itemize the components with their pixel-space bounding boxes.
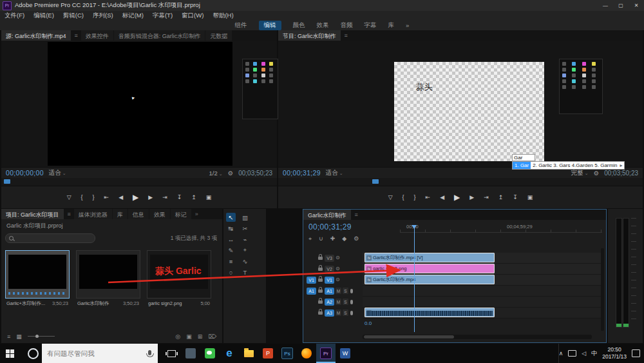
taskbar-search[interactable] — [42, 344, 158, 363]
clip-v2[interactable]: fx garlic sign2.png — [365, 264, 495, 273]
slip-tool-icon[interactable]: ↔ — [226, 235, 236, 244]
overwrite-icon[interactable]: ↥ — [191, 194, 196, 201]
mute-button[interactable]: M — [336, 309, 341, 316]
insert-icon[interactable]: ↧ — [177, 194, 182, 201]
menu-edit[interactable]: 编辑(E) — [29, 12, 59, 20]
program-zoom-select[interactable]: 适合⌄ — [326, 169, 343, 177]
network-icon[interactable] — [568, 350, 576, 357]
list-view-icon[interactable]: ≡ — [7, 333, 10, 340]
rolling-edit-tool-icon[interactable]: ≡ — [226, 257, 236, 266]
mark-in-icon[interactable]: { — [81, 194, 83, 201]
hand-tool-icon[interactable]: ⌖ — [240, 246, 250, 255]
menu-help[interactable]: 帮助(H) — [208, 12, 238, 20]
project-item-thumbnail[interactable] — [76, 250, 140, 299]
taskbar-app-powerpoint[interactable]: P — [258, 344, 278, 363]
step-back-icon[interactable]: ◀ — [440, 194, 444, 201]
tab-markers[interactable]: 标记 — [171, 209, 191, 219]
taskbar-app-premiere[interactable]: Pr — [316, 344, 336, 363]
mute-button[interactable]: M — [336, 288, 341, 294]
mark-in-icon[interactable]: { — [402, 194, 404, 201]
tab-program[interactable]: 节目: Garlic水印制作 — [278, 30, 341, 41]
track-name-toggle[interactable]: A1 — [325, 288, 334, 295]
workspace-tab-color[interactable]: 颜色 — [293, 21, 305, 30]
panel-menu-icon[interactable]: ≡ — [352, 210, 361, 220]
tab-libraries[interactable]: 库 — [113, 209, 128, 219]
toggle-track-output-icon[interactable]: ⊙ — [336, 255, 340, 260]
voiceover-record-icon[interactable] — [350, 300, 353, 304]
toggle-track-output-icon[interactable]: ⊙ — [336, 266, 340, 271]
new-item-icon[interactable]: ⊞ — [198, 333, 203, 340]
taskbar-app-photoshop[interactable]: Ps — [278, 344, 297, 363]
project-item-thumbnail[interactable] — [147, 250, 211, 299]
workspace-tab-assembly[interactable]: 组件 — [235, 21, 247, 30]
mark-out-icon[interactable]: } — [414, 194, 416, 201]
voiceover-record-icon[interactable] — [350, 289, 353, 293]
go-to-out-icon[interactable]: ⇥ — [484, 194, 489, 201]
search-input[interactable] — [46, 349, 148, 358]
source-current-timecode[interactable]: 00;00;00;00 — [6, 169, 44, 177]
program-preview[interactable]: 蒜头 — [394, 62, 544, 161]
project-search-input[interactable] — [5, 233, 95, 243]
track-lane-a2[interactable] — [363, 297, 603, 308]
solo-button[interactable]: S — [343, 299, 348, 305]
menu-titles[interactable]: 字幕(T) — [148, 12, 177, 20]
new-bin-icon[interactable]: ▣ — [186, 333, 192, 340]
microphone-icon[interactable] — [148, 350, 151, 355]
clock[interactable]: 20:50 2017/1/13 — [602, 346, 627, 360]
project-item-thumbnail[interactable] — [5, 250, 70, 299]
workspace-tab-effects[interactable]: 效果 — [317, 21, 329, 30]
export-frame-icon[interactable]: ▣ — [527, 194, 533, 201]
type-tool-icon[interactable]: T — [240, 268, 250, 277]
timeline-settings-icon[interactable]: ⚙ — [354, 235, 359, 242]
selection-tool-icon[interactable]: ↖ — [226, 213, 236, 222]
source-settings-icon[interactable]: ⚙ — [228, 170, 234, 177]
close-button[interactable]: ✕ — [629, 3, 644, 8]
rate-stretch-tool-icon[interactable]: ⌁ — [240, 235, 250, 244]
zoom-tool-icon[interactable]: ○ — [226, 268, 236, 277]
program-playhead-marker[interactable] — [372, 179, 379, 184]
play-button[interactable]: ▶ — [454, 193, 460, 202]
ime-more-icon[interactable]: ▸ — [617, 162, 622, 169]
export-frame-icon[interactable]: ▣ — [206, 194, 212, 201]
source-playhead-marker[interactable] — [4, 179, 10, 184]
taskbar-app-firefox[interactable] — [297, 344, 316, 363]
menu-sequence[interactable]: 序列(S) — [88, 12, 118, 20]
lock-icon[interactable] — [318, 289, 323, 293]
track-name-toggle[interactable]: V1 — [325, 277, 334, 284]
tab-sequence[interactable]: Garlic水印制作 — [303, 210, 351, 220]
workspace-tab-editing[interactable]: 编辑 — [259, 21, 281, 30]
slide-tool-icon[interactable]: ∿ — [240, 257, 250, 266]
snap-icon[interactable]: ∪ — [319, 235, 323, 242]
timeline-hscrollbar[interactable] — [363, 335, 592, 339]
volume-icon[interactable]: ◁ — [582, 350, 586, 357]
workspace-tab-libraries[interactable]: 库 — [388, 21, 395, 30]
lock-icon[interactable] — [318, 257, 323, 260]
solo-button[interactable]: S — [343, 288, 348, 294]
workspace-overflow-icon[interactable]: » — [406, 22, 409, 29]
taskbar-app-gray[interactable] — [181, 344, 200, 363]
program-resolution-select[interactable]: 完整⌄ — [571, 169, 589, 177]
mute-button[interactable]: M — [336, 299, 341, 305]
panel-menu-icon[interactable]: ≡ — [71, 30, 81, 41]
minimize-button[interactable]: — — [598, 3, 613, 8]
menu-window[interactable]: 窗口(W) — [177, 12, 208, 20]
go-to-out-icon[interactable]: ⇥ — [162, 194, 167, 201]
track-select-tool-icon[interactable]: ▥ — [240, 213, 250, 222]
taskbar-app-explorer[interactable] — [239, 344, 258, 363]
tab-effect-controls[interactable]: 效果控件 — [81, 30, 113, 41]
step-back-icon[interactable]: ◀ — [118, 194, 123, 201]
start-button[interactable] — [0, 344, 24, 363]
find-icon[interactable]: ◎ — [175, 333, 180, 340]
timeline-timecode[interactable]: 00;00;31;29 — [308, 222, 352, 231]
taskbar-app-word[interactable]: W — [336, 344, 355, 363]
program-current-timecode[interactable]: 00;00;31;29 — [283, 169, 321, 177]
program-button-editor-panel[interactable] — [559, 59, 603, 114]
go-to-in-icon[interactable]: ⇤ — [104, 194, 109, 201]
track-lane-a1[interactable] — [363, 286, 603, 297]
timeline-vscrollbar[interactable] — [601, 248, 604, 331]
tab-effects[interactable]: 效果 — [149, 209, 170, 219]
lock-icon[interactable] — [318, 300, 323, 304]
delete-icon[interactable]: ⌦ — [208, 333, 216, 340]
step-forward-icon[interactable]: ▶ — [469, 194, 474, 201]
timeline-playhead[interactable] — [414, 225, 415, 332]
